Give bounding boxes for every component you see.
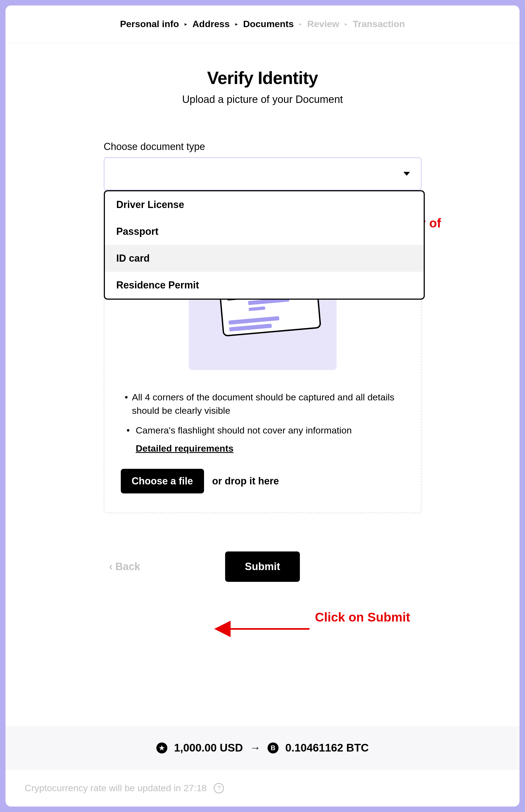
detailed-requirements-link[interactable]: Detailed requirements [136, 443, 234, 454]
status-bar: Cryptocurrency rate will be updated in 2… [5, 769, 520, 807]
breadcrumb: Personal info ▸ Address ▸ Documents ▸ Re… [5, 5, 520, 43]
content-area: Verify Identity Upload a picture of your… [5, 43, 520, 727]
arrow-right-icon: → [250, 741, 261, 754]
upload-card: • All 4 corners of the document should b… [104, 272, 421, 513]
step-address[interactable]: Address [193, 19, 230, 29]
document-type-select[interactable] [104, 157, 421, 190]
file-chooser-row: Choose a file or drop it here [121, 469, 405, 494]
back-button[interactable]: ‹ Back [109, 561, 140, 573]
step-transaction: Transaction [353, 19, 405, 29]
requirement-text: All 4 corners of the document should be … [132, 391, 405, 418]
verify-identity-window: Personal info ▸ Address ▸ Documents ▸ Re… [5, 5, 520, 807]
requirement-text: Camera's flashlight should not cover any… [136, 424, 352, 437]
chevron-down-icon [403, 172, 410, 176]
rate-update-text: Cryptocurrency rate will be updated in 2… [25, 783, 207, 793]
chevron-icon: ▸ [235, 21, 238, 27]
step-documents[interactable]: Documents [243, 19, 294, 29]
btc-icon: B [268, 743, 279, 753]
document-type-dropdown: Driver License Passport ID card Residenc… [104, 190, 425, 300]
option-residence-permit[interactable]: Residence Permit [105, 272, 424, 299]
requirement-item: • All 4 corners of the document should b… [121, 391, 405, 418]
chevron-icon: ▸ [299, 21, 302, 27]
submit-button[interactable]: Submit [225, 551, 300, 582]
option-driver-license[interactable]: Driver License [105, 191, 424, 218]
document-type-field: Choose document type Driver License Pass… [104, 141, 421, 190]
requirements-list: • All 4 corners of the document should b… [121, 391, 405, 454]
back-label: Back [115, 561, 140, 573]
option-passport[interactable]: Passport [105, 218, 424, 245]
chevron-left-icon: ‹ [109, 561, 113, 573]
step-review: Review [307, 19, 339, 29]
chevron-icon: ▸ [345, 21, 347, 27]
annotation-click-submit: Click on Submit [315, 610, 424, 625]
annotation-arrow-icon [222, 621, 318, 637]
rate-bar: ★ 1,000.00 USD → B 0.10461162 BTC [5, 727, 520, 769]
choose-file-button[interactable]: Choose a file [121, 469, 204, 494]
from-amount: 1,000.00 USD [174, 741, 243, 754]
help-icon[interactable]: ? [214, 783, 224, 793]
page-subtitle: Upload a picture of your Document [182, 94, 343, 105]
to-amount: 0.10461162 BTC [285, 741, 369, 754]
page-title: Verify Identity [207, 68, 318, 88]
option-id-card[interactable]: ID card [105, 245, 424, 272]
usd-icon: ★ [156, 743, 167, 753]
chevron-icon: ▸ [184, 21, 187, 27]
step-personal-info[interactable]: Personal info [120, 19, 179, 29]
drop-hint: or drop it here [212, 475, 279, 487]
requirement-item: • Camera's flashlight should not cover a… [121, 424, 405, 437]
nav-row: ‹ Back Submit [104, 551, 421, 582]
document-type-label: Choose document type [104, 141, 421, 153]
